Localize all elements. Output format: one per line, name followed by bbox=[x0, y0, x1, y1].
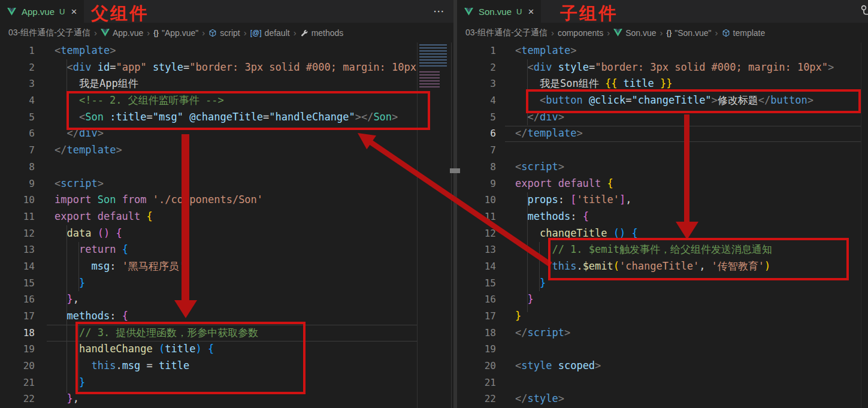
code-token: = bbox=[183, 61, 189, 73]
breadcrumb-separator: › bbox=[94, 28, 97, 38]
code-token: script bbox=[521, 161, 558, 173]
code-token bbox=[515, 210, 527, 222]
code-token bbox=[55, 392, 66, 404]
code-token: div bbox=[73, 61, 92, 73]
wrench-icon bbox=[300, 29, 309, 37]
code-token: export bbox=[515, 177, 552, 189]
breadcrumb-label: 03-组件通信-父子通信 bbox=[8, 28, 90, 38]
line-number: 12 bbox=[457, 225, 496, 242]
code-token: style bbox=[558, 61, 589, 73]
code-token bbox=[55, 243, 79, 255]
breadcrumb-item[interactable]: Son.vue bbox=[613, 28, 656, 38]
code-line[interactable]: <div id="app" style="border: 3px solid #… bbox=[55, 59, 417, 76]
code-token: scoped bbox=[558, 359, 595, 371]
code-token: < bbox=[527, 61, 533, 73]
code-line[interactable]: </script> bbox=[515, 325, 861, 341]
code-line[interactable]: <template> bbox=[55, 43, 417, 59]
code-token bbox=[601, 177, 607, 189]
breadcrumb-item[interactable]: methods bbox=[300, 28, 344, 38]
tab-app-vue[interactable]: App.vue U × bbox=[0, 0, 84, 23]
code-token bbox=[515, 194, 527, 205]
code-token: < bbox=[515, 359, 521, 371]
code-token bbox=[515, 293, 527, 305]
breadcrumb-label: App.vue bbox=[113, 28, 143, 38]
code-token: { bbox=[632, 227, 638, 239]
breadcrumb-item[interactable]: {}"App.vue" bbox=[153, 28, 198, 38]
code-token: msg bbox=[91, 260, 110, 272]
code-line[interactable]: } bbox=[55, 275, 417, 292]
code-token: , bbox=[73, 392, 79, 404]
line-number: 3 bbox=[0, 75, 35, 92]
code-line[interactable]: </style> bbox=[515, 391, 861, 407]
close-icon[interactable]: × bbox=[528, 7, 534, 17]
code-token bbox=[55, 61, 66, 73]
line-number: 5 bbox=[457, 109, 496, 126]
more-actions-button[interactable]: ⋯ bbox=[433, 4, 446, 18]
code-token bbox=[55, 260, 91, 272]
code-token bbox=[147, 194, 153, 205]
tab-son-vue[interactable]: Son.vue U × bbox=[457, 0, 541, 23]
code-token bbox=[55, 293, 66, 305]
code-line[interactable]: <div style="border: 3px solid #000; marg… bbox=[515, 59, 861, 76]
tab-label: App.vue bbox=[22, 7, 55, 17]
code-line[interactable]: }, bbox=[55, 291, 417, 308]
code-token: } bbox=[66, 392, 72, 404]
code-line[interactable]: } bbox=[515, 291, 861, 308]
code-line[interactable]: } bbox=[515, 308, 861, 325]
breadcrumb-item[interactable]: components bbox=[558, 28, 603, 38]
code-token: style bbox=[153, 61, 183, 73]
vue-logo-icon bbox=[101, 29, 110, 37]
code-token: from bbox=[122, 194, 147, 205]
code-line[interactable]: <style scoped> bbox=[515, 358, 861, 374]
code-line[interactable]: export default { bbox=[55, 208, 417, 225]
code-token bbox=[552, 177, 558, 189]
code-token: "app" bbox=[116, 61, 146, 73]
code-line[interactable]: return { bbox=[55, 241, 417, 258]
breadcrumb-item[interactable]: script bbox=[208, 28, 240, 38]
breadcrumb-label: 03-组件通信-父子通信 bbox=[465, 28, 548, 38]
code-token bbox=[607, 227, 613, 239]
code-token bbox=[140, 210, 146, 222]
breadcrumb-item[interactable]: 03-组件通信-父子通信 bbox=[8, 28, 90, 38]
breadcrumb-separator: › bbox=[660, 28, 663, 38]
cube-icon bbox=[208, 29, 217, 37]
line-number: 14 bbox=[0, 258, 35, 275]
line-number: 9 bbox=[0, 176, 35, 192]
code-line[interactable]: 我是App组件 bbox=[55, 75, 417, 92]
code-token: style bbox=[527, 392, 558, 404]
line-number: 22 bbox=[457, 391, 496, 407]
editor-pane-son-vue: Son.vue U × 子组件 03-组件通信-父子通信›components›… bbox=[457, 0, 868, 408]
code-token: } bbox=[540, 277, 546, 289]
ellipsis-icon: ⋯ bbox=[433, 5, 446, 17]
breadcrumb-item[interactable]: template bbox=[722, 28, 766, 38]
code-token: { bbox=[116, 227, 122, 239]
code-token: 'title' bbox=[576, 194, 619, 205]
code-token: > bbox=[98, 177, 104, 189]
code-line[interactable] bbox=[515, 374, 861, 391]
code-line[interactable] bbox=[515, 341, 861, 358]
close-icon[interactable]: × bbox=[71, 7, 77, 17]
breadcrumb-item[interactable]: {}"Son.vue" bbox=[667, 28, 712, 38]
tab-bar: App.vue U × 父组件 ⋯ bbox=[0, 0, 454, 23]
code-line[interactable] bbox=[55, 159, 417, 176]
code-line[interactable]: <script> bbox=[55, 176, 417, 192]
code-line[interactable]: import Son from './components/Son' bbox=[55, 192, 417, 208]
breadcrumb-item[interactable]: [@]default bbox=[250, 28, 290, 38]
code-token: < bbox=[55, 44, 61, 56]
breadcrumb-item[interactable]: 03-组件通信-父子通信 bbox=[465, 28, 548, 38]
minimap-border bbox=[861, 43, 861, 408]
line-number: 21 bbox=[0, 374, 35, 391]
code-token: props bbox=[527, 194, 558, 205]
code-line[interactable]: data () { bbox=[55, 225, 417, 242]
editor-action-icon[interactable] bbox=[860, 4, 868, 18]
code-line[interactable]: msg: '黑马程序员' bbox=[55, 258, 417, 275]
code-token bbox=[91, 210, 97, 222]
code-line[interactable]: <template> bbox=[515, 43, 861, 59]
vue-logo-icon bbox=[7, 7, 17, 16]
vue-logo-icon bbox=[613, 29, 622, 37]
line-number: 18 bbox=[457, 325, 496, 341]
breadcrumb-item[interactable]: App.vue bbox=[101, 28, 143, 38]
sash-handle[interactable] bbox=[450, 168, 460, 173]
code-token: '黑马程序员' bbox=[122, 260, 185, 272]
code-token bbox=[515, 227, 540, 239]
